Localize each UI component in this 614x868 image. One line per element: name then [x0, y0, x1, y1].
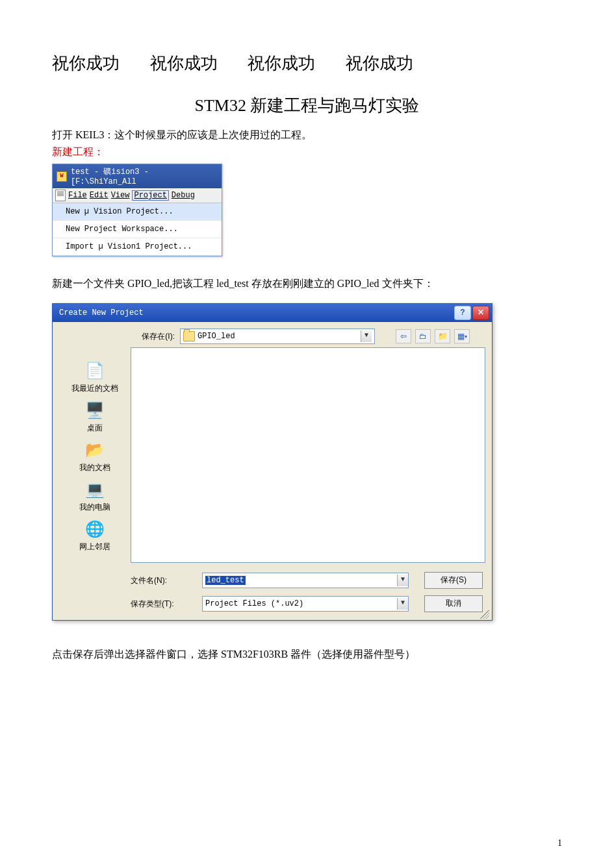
doc-title: STM32 新建工程与跑马灯实验 — [52, 94, 562, 117]
menu-new-vision-project[interactable]: New µ Vision Project... — [53, 203, 222, 221]
resize-grip-icon[interactable] — [480, 610, 489, 619]
menu-view[interactable]: View — [111, 191, 130, 200]
save-in-label: 保存在(I): — [131, 331, 175, 342]
save-in-combo[interactable]: GPIO_led ▼ — [180, 329, 375, 344]
wish-line: 祝你成功 祝你成功 祝你成功 祝你成功 — [52, 52, 562, 75]
keil-window: W test - 礦ision3 - [F:\ShiYan_All File E… — [52, 164, 222, 256]
place-recent[interactable]: 📄 我最近的文档 — [71, 360, 118, 394]
file-list-area[interactable] — [131, 347, 485, 563]
help-button[interactable]: ? — [454, 306, 471, 320]
place-mydocs[interactable]: 📂 我的文档 — [79, 439, 110, 473]
filename-input[interactable]: led_test ▼ — [202, 573, 409, 588]
folder-icon — [183, 331, 195, 341]
keil-titlebar: W test - 礦ision3 - [F:\ShiYan_All — [53, 164, 222, 188]
place-network[interactable]: 🌐 网上邻居 — [79, 518, 110, 552]
menu-edit[interactable]: Edit — [90, 191, 109, 200]
dialog-title-text: Create New Project — [59, 308, 144, 317]
dialog-titlebar: Create New Project ? ✕ — [53, 304, 492, 322]
nav-newfolder-button[interactable]: 📁 — [435, 329, 450, 343]
menu-debug[interactable]: Debug — [172, 191, 195, 200]
keil-submenu: New µ Vision Project... New Project Work… — [53, 203, 222, 256]
place-mycomputer[interactable]: 💻 我的电脑 — [79, 478, 110, 513]
document-icon — [55, 190, 66, 201]
nav-back-button[interactable]: ⇦ — [396, 329, 411, 343]
dropdown-arrow-icon[interactable]: ▼ — [361, 330, 372, 342]
paragraph-folder: 新建一个文件夹 GPIO_led,把该工程 led_test 存放在刚刚建立的 … — [52, 276, 562, 291]
filetype-combo[interactable]: Project Files (*.uv2) ▼ — [202, 596, 409, 612]
menu-new-workspace[interactable]: New Project Workspace... — [53, 221, 222, 238]
menu-project[interactable]: Project — [132, 190, 168, 201]
mydocs-icon: 📂 — [84, 439, 106, 461]
places-bar: 📄 我最近的文档 🖥️ 桌面 📂 我的文档 💻 我的电脑 🌐 网上 — [59, 329, 131, 563]
dropdown-arrow-icon[interactable]: ▼ — [397, 598, 408, 610]
cancel-button[interactable]: 取消 — [424, 595, 483, 612]
keil-app-icon: W — [57, 171, 67, 182]
nav-views-button[interactable]: ▦▾ — [454, 329, 470, 343]
paragraph-device: 点击保存后弹出选择器件窗口，选择 STM32F103RB 器件（选择使用器件型号… — [52, 647, 562, 662]
mycomputer-icon: 💻 — [84, 478, 106, 501]
recent-docs-icon: 📄 — [84, 360, 106, 382]
filename-label: 文件名(N): — [131, 575, 186, 586]
create-project-dialog: Create New Project ? ✕ 📄 我最近的文档 🖥️ 桌面 📂 … — [52, 303, 492, 621]
menu-file[interactable]: File — [68, 191, 87, 200]
intro-line: 打开 KEIL3：这个时候显示的应该是上次使用过的工程。 — [52, 127, 562, 143]
nav-up-button[interactable]: 🗀 — [415, 329, 431, 343]
desktop-icon: 🖥️ — [84, 399, 106, 421]
page-number: 1 — [557, 838, 562, 849]
new-project-label: 新建工程： — [52, 144, 562, 160]
menu-import-project[interactable]: Import µ Vision1 Project... — [53, 238, 222, 256]
network-icon: 🌐 — [84, 518, 106, 540]
close-button[interactable]: ✕ — [472, 306, 489, 320]
filetype-label: 保存类型(T): — [131, 599, 186, 610]
place-desktop[interactable]: 🖥️ 桌面 — [84, 399, 106, 434]
save-button[interactable]: 保存(S) — [424, 572, 483, 589]
save-in-value: GPIO_led — [198, 332, 235, 341]
keil-menubar: File Edit View Project Debug — [53, 188, 222, 203]
dropdown-arrow-icon[interactable]: ▼ — [397, 575, 408, 586]
